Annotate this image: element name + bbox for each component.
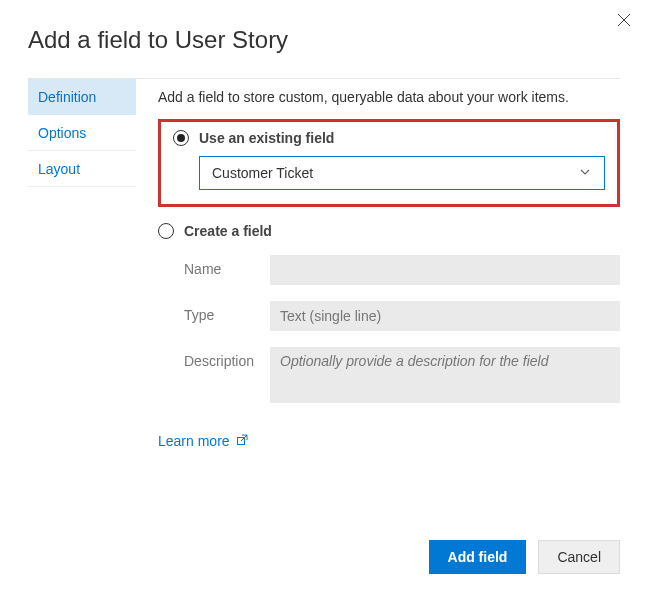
main-panel: Add a field to store custom, queryable d… xyxy=(158,79,620,449)
create-field-label: Create a field xyxy=(184,223,272,239)
learn-more-link[interactable]: Learn more xyxy=(158,433,620,449)
external-link-icon xyxy=(236,433,248,449)
name-label: Name xyxy=(184,255,270,277)
description-textarea[interactable]: Optionally provide a description for the… xyxy=(270,347,620,403)
type-select[interactable]: Text (single line) xyxy=(270,301,620,331)
chevron-down-icon xyxy=(578,165,592,182)
description-label: Description xyxy=(184,347,270,369)
tab-layout[interactable]: Layout xyxy=(28,151,136,187)
description-placeholder: Optionally provide a description for the… xyxy=(280,353,548,369)
type-label: Type xyxy=(184,301,270,323)
cancel-button[interactable]: Cancel xyxy=(538,540,620,574)
existing-field-select-value: Customer Ticket xyxy=(212,165,313,181)
close-button[interactable] xyxy=(612,8,636,32)
type-value: Text (single line) xyxy=(280,308,381,324)
close-icon xyxy=(617,13,631,27)
use-existing-label: Use an existing field xyxy=(199,130,334,146)
use-existing-section: Use an existing field Customer Ticket xyxy=(158,119,620,207)
create-field-radio[interactable] xyxy=(158,223,174,239)
use-existing-radio[interactable] xyxy=(173,130,189,146)
add-field-button[interactable]: Add field xyxy=(429,540,527,574)
tab-definition[interactable]: Definition xyxy=(28,79,136,115)
create-field-section: Create a field Name Type Text (single li… xyxy=(158,223,620,403)
add-field-dialog: Add a field to User Story Definition Opt… xyxy=(0,0,648,592)
side-tabs: Definition Options Layout xyxy=(28,79,136,449)
existing-field-select[interactable]: Customer Ticket xyxy=(199,156,605,190)
dialog-title: Add a field to User Story xyxy=(28,26,620,54)
learn-more-label: Learn more xyxy=(158,433,230,449)
name-input[interactable] xyxy=(270,255,620,285)
intro-text: Add a field to store custom, queryable d… xyxy=(158,89,620,105)
dialog-footer: Add field Cancel xyxy=(429,540,620,574)
tab-options[interactable]: Options xyxy=(28,115,136,151)
